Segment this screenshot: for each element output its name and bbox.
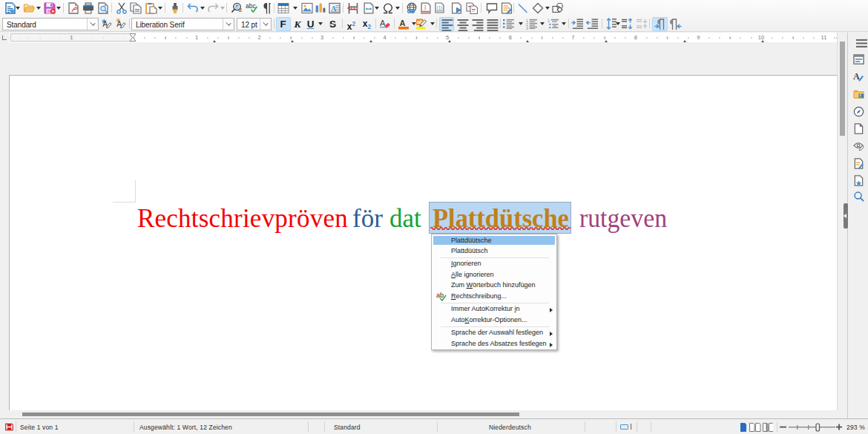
svg-text:ab: ab xyxy=(436,292,444,299)
svg-text:d: d xyxy=(239,7,242,13)
svg-text:3: 3 xyxy=(526,26,528,30)
svg-text:(1): (1) xyxy=(437,5,443,11)
svg-text:A: A xyxy=(400,19,406,27)
svg-text:1: 1 xyxy=(548,19,550,23)
svg-text:abc: abc xyxy=(246,2,256,10)
svg-text:1: 1 xyxy=(424,4,427,11)
svg-text:A: A xyxy=(380,19,386,27)
